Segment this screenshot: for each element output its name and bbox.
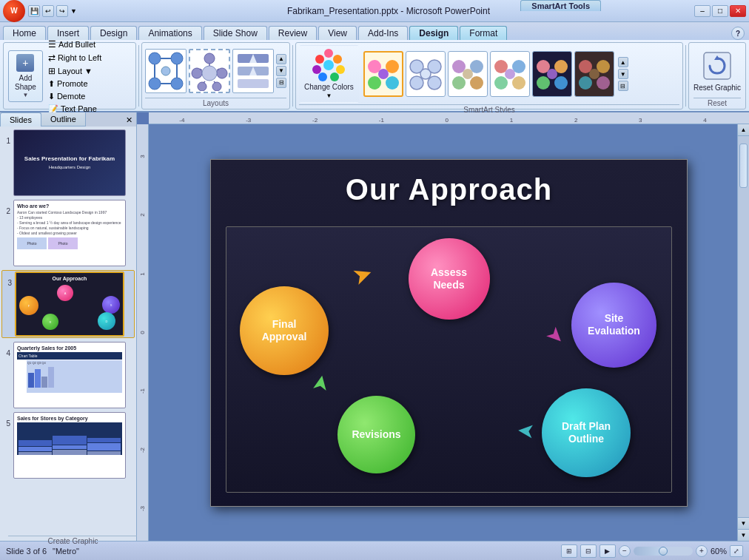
add-shape-button[interactable]: + AddShape ▼ [8, 50, 43, 102]
slide-canvas[interactable]: Our Approach AssessNeeds SiteEvaluation [210, 159, 688, 507]
svg-point-53 [547, 69, 557, 79]
demote-button[interactable]: ⬇ Demote [46, 91, 104, 102]
smartart-diagram: AssessNeeds SiteEvaluation Draft PlanOut… [226, 227, 671, 492]
promote-button[interactable]: ⬆ Promote [46, 78, 104, 90]
change-colors-dropdown[interactable]: ▼ [326, 92, 332, 99]
tab-view[interactable]: View [318, 26, 357, 40]
slide-item-5[interactable]: 5 Sales for Stores by Category [1, 412, 135, 479]
scroll-down-button[interactable]: ▼ [738, 517, 750, 529]
node-site-evaluation[interactable]: SiteEvaluation [571, 283, 656, 368]
svg-point-0 [149, 53, 161, 64]
view-normal-button[interactable]: ⊞ [561, 544, 577, 558]
slide-thumb-1[interactable]: Sales Presentation for Fabrikam Headquar… [13, 129, 126, 196]
layout-scroll-down[interactable]: ▼ [276, 66, 286, 76]
tab-addins[interactable]: Add-Ins [358, 26, 408, 40]
arrow-2: ➤ [541, 320, 571, 350]
smartart-style-2[interactable] [406, 51, 446, 97]
svg-point-10 [202, 66, 217, 81]
slide-item-2[interactable]: 2 Who are we? Aaron Can started Contoso … [1, 200, 135, 266]
scroll-up-button[interactable]: ▲ [738, 124, 750, 136]
vertical-scrollbar[interactable]: ▲ ▼ ▼ [737, 124, 749, 541]
add-shape-dropdown[interactable]: ▼ [23, 92, 29, 98]
node-assess-needs[interactable]: AssessNeeds [409, 238, 490, 320]
redo-icon[interactable]: ↪ [56, 5, 68, 17]
slide-title: Our Approach [211, 160, 687, 206]
assess-needs-label: AssessNeeds [431, 266, 467, 291]
change-colors-button[interactable]: Change Colors ▼ [299, 45, 359, 103]
svg-point-25 [318, 72, 327, 81]
dropdown-arrow[interactable]: ▼ [70, 7, 77, 15]
layout-icon-1[interactable] [145, 49, 187, 93]
scroll-thumb[interactable] [739, 144, 748, 188]
svg-point-42 [470, 76, 483, 90]
panel-close[interactable]: ✕ [122, 114, 136, 126]
layout-button[interactable]: ⊞ Layout ▼ [46, 65, 104, 77]
undo-icon[interactable]: ↩ [42, 5, 54, 17]
slide-item-3[interactable]: 3 Our Approach A S D R F [1, 270, 135, 338]
node-final-approval[interactable]: FinalApproval [240, 286, 329, 375]
smartart-style-1[interactable] [363, 51, 403, 97]
reset-graphic-button[interactable]: Reset Graphic [693, 45, 741, 96]
svg-point-3 [171, 78, 183, 90]
layout-expand[interactable]: ⊟ [276, 78, 286, 88]
slide-thumb-2[interactable]: Who are we? Aaron Can started Contoso La… [13, 200, 126, 266]
tab-home[interactable]: Home [3, 26, 46, 40]
quick-access-toolbar: 💾 ↩ ↪ ▼ [28, 5, 77, 17]
promote-icon: ⬆ [48, 79, 55, 89]
add-bullet-button[interactable]: ☰ Add Bullet [46, 38, 104, 50]
zoom-out-button[interactable]: − [619, 545, 631, 557]
zoom-in-button[interactable]: + [696, 545, 708, 557]
office-orb[interactable]: W [3, 0, 25, 22]
tab-animations[interactable]: Animations [138, 26, 201, 40]
slide-item-1[interactable]: 1 Sales Presentation for Fabrikam Headqu… [1, 129, 135, 196]
tab-smartart-design[interactable]: Design [409, 26, 458, 40]
maximize-button[interactable]: □ [712, 5, 728, 17]
smartart-style-expand[interactable]: ⊟ [618, 81, 628, 91]
right-to-left-button[interactable]: ⇄ Right to Left [46, 52, 104, 64]
layout-label: Layout ▼ [58, 67, 93, 75]
scroll-track [738, 136, 749, 517]
smartart-style-3[interactable] [448, 51, 488, 97]
tab-format[interactable]: Format [460, 26, 507, 40]
view-slideshow-button[interactable]: ▶ [599, 544, 616, 558]
layout-scroll-up[interactable]: ▲ ▼ ⊟ [276, 54, 286, 88]
node-draft-plan[interactable]: Draft PlanOutline [542, 388, 631, 477]
slides-tab[interactable]: Slides [0, 112, 41, 126]
svg-point-41 [452, 76, 466, 90]
slide-item-4[interactable]: 4 Quarterly Sales for 2005 Chart Table Q… [1, 342, 135, 408]
help-icon[interactable]: ? [731, 27, 745, 40]
slide-thumb-3[interactable]: Our Approach A S D R F [15, 271, 124, 337]
smartart-frame[interactable]: AssessNeeds SiteEvaluation Draft PlanOut… [226, 226, 672, 493]
zoom-slider[interactable] [634, 547, 693, 556]
smartart-style-scroll[interactable]: ▲ ▼ ⊟ [618, 57, 628, 91]
minimize-button[interactable]: – [694, 5, 711, 17]
save-icon[interactable]: 💾 [28, 5, 40, 17]
slide-thumb-5[interactable]: Sales for Stores by Category [13, 412, 126, 479]
outline-tab[interactable]: Outline [41, 112, 86, 126]
fit-window-button[interactable]: ⤢ [730, 545, 743, 557]
svg-point-47 [512, 76, 525, 90]
draft-plan-label: Draft PlanOutline [562, 420, 611, 445]
layout-icon-2[interactable] [189, 49, 230, 93]
smartart-style-4[interactable] [490, 51, 530, 97]
smartart-style-5[interactable] [532, 51, 572, 97]
reset-group: Reset Graphic Reset [688, 42, 746, 109]
close-button[interactable]: ✕ [730, 5, 746, 17]
right-to-left-label: Right to Left [58, 53, 101, 62]
tab-review[interactable]: Review [269, 26, 317, 40]
view-slide-sorter-button[interactable]: ⊟ [580, 544, 597, 558]
smartart-style-6[interactable] [574, 51, 614, 97]
svg-point-22 [333, 55, 342, 64]
layout-icon-3[interactable] [232, 49, 274, 93]
slide-thumb-4[interactable]: Quarterly Sales for 2005 Chart Table Q1 … [13, 342, 126, 408]
zoom-slider-thumb[interactable] [659, 547, 668, 556]
svg-point-24 [330, 72, 339, 81]
slide-number-5: 5 [1, 412, 10, 428]
tab-slideshow[interactable]: Slide Show [204, 26, 267, 40]
scroll-down-button-2[interactable]: ▼ [738, 529, 750, 541]
smartart-style-scroll-down[interactable]: ▼ [618, 69, 628, 79]
node-revisions[interactable]: Revisions [337, 396, 415, 473]
svg-point-21 [324, 49, 333, 58]
revisions-label: Revisions [352, 428, 400, 441]
slide-number-3: 3 [3, 271, 12, 287]
